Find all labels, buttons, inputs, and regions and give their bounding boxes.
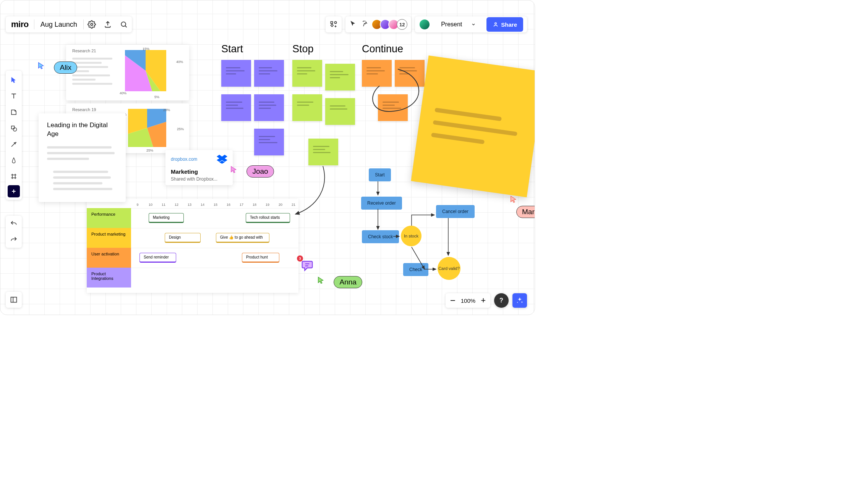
cursor-tool-icon[interactable] xyxy=(349,20,357,29)
document-card[interactable]: Leading in the Digital Age xyxy=(39,113,126,202)
dropbox-embed[interactable]: dropbox.com Marketing Shared with Dropbo… xyxy=(165,150,233,185)
pen-tool[interactable] xyxy=(6,152,22,168)
gantt-row: Product Integrations xyxy=(87,268,298,288)
gantt-task[interactable]: Marketing xyxy=(149,213,184,223)
undo-button[interactable] xyxy=(6,216,22,232)
gantt-task[interactable]: Design xyxy=(165,233,201,243)
svg-point-1 xyxy=(121,22,126,26)
zoom-out-button[interactable]: − xyxy=(450,295,456,306)
zoom-in-button[interactable]: + xyxy=(481,296,486,305)
sticky-note[interactable] xyxy=(254,94,284,121)
sticky-note[interactable] xyxy=(292,94,322,121)
heading-start: Start xyxy=(221,43,243,55)
user-cursor-maria: Maria xyxy=(509,195,535,218)
document-title: Leading in the Digital Age xyxy=(47,121,117,139)
search-icon[interactable] xyxy=(116,16,132,32)
share-button[interactable]: Share xyxy=(486,17,523,32)
export-icon[interactable] xyxy=(100,16,116,32)
reactions-icon[interactable] xyxy=(362,20,369,29)
apps-button[interactable] xyxy=(326,16,342,32)
gantt-task[interactable]: Give 👍 to go ahead with xyxy=(216,233,269,243)
zoom-level[interactable]: 100% xyxy=(461,297,475,304)
ai-button[interactable] xyxy=(512,293,527,308)
sticky-note[interactable] xyxy=(254,60,284,87)
board-title[interactable]: Aug Launch xyxy=(34,21,83,29)
gantt-task[interactable]: Product hunt xyxy=(242,253,279,263)
user-cursor-joao: Joao xyxy=(230,165,274,178)
tool-palette xyxy=(6,71,22,200)
collapse-panel-button[interactable] xyxy=(6,292,22,308)
user-cursor-alix: Alix xyxy=(37,61,77,74)
svg-rect-7 xyxy=(11,297,17,302)
sticky-note[interactable] xyxy=(292,60,322,87)
arrow-tool[interactable] xyxy=(6,136,22,152)
svg-point-6 xyxy=(13,128,17,131)
miro-logo[interactable]: miro xyxy=(6,19,34,29)
gantt-task[interactable]: Send reminder xyxy=(139,253,176,263)
help-button[interactable]: ? xyxy=(494,293,509,308)
sticky-note[interactable] xyxy=(325,64,355,90)
svg-point-0 xyxy=(91,23,93,26)
shape-tool[interactable] xyxy=(6,120,22,136)
svg-point-4 xyxy=(495,23,496,24)
sticky-note[interactable] xyxy=(221,60,251,87)
comment-thread[interactable]: 3 xyxy=(301,259,314,273)
sticky-tool[interactable] xyxy=(6,104,22,120)
gantt-row: Performance MarketingTech rollout starts xyxy=(87,208,298,228)
heading-stop: Stop xyxy=(292,43,314,55)
redo-button[interactable] xyxy=(6,232,22,248)
present-button[interactable]: Present xyxy=(435,21,482,28)
sticky-note[interactable] xyxy=(325,98,355,125)
gantt-task[interactable]: Tech rollout starts xyxy=(246,213,290,223)
svg-rect-5 xyxy=(11,126,15,129)
heading-continue: Continue xyxy=(362,43,403,55)
svg-point-16 xyxy=(133,113,162,142)
sticky-note[interactable] xyxy=(254,129,284,155)
text-tool[interactable] xyxy=(6,88,22,104)
frame-tool[interactable] xyxy=(6,168,22,184)
svg-point-3 xyxy=(334,21,336,23)
user-avatar[interactable] xyxy=(419,19,430,30)
chart-card-a[interactable]: Research 21 15% 40% 5% 40% xyxy=(66,45,189,100)
svg-rect-2 xyxy=(331,22,333,24)
settings-icon[interactable] xyxy=(84,16,100,32)
svg-point-12 xyxy=(130,55,161,86)
more-tools[interactable] xyxy=(8,185,20,197)
dropbox-icon xyxy=(217,155,227,164)
timeline-table[interactable]: 9101112131415161718192021 Performance Ma… xyxy=(87,199,298,293)
sticky-note[interactable] xyxy=(221,94,251,121)
gantt-row: Product marketing DesignGive 👍 to go ahe… xyxy=(87,228,298,248)
large-sticky-note[interactable] xyxy=(411,55,535,197)
user-cursor-anna: Anna xyxy=(317,275,362,288)
gantt-row: User activation Send reminderProduct hun… xyxy=(87,248,298,268)
collaborator-avatars[interactable]: 12 xyxy=(374,19,407,30)
select-tool[interactable] xyxy=(6,72,22,88)
